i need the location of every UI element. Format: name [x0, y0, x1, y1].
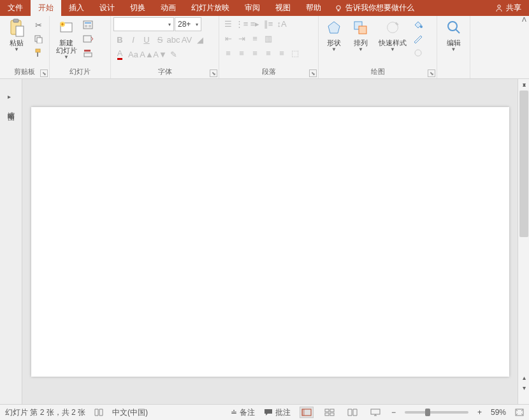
align-text-button[interactable]: ≡	[249, 32, 261, 45]
shape-effects-button[interactable]	[412, 47, 424, 59]
align-center-button[interactable]: ≡	[235, 47, 248, 59]
tab-animations[interactable]: 动画	[153, 0, 184, 16]
svg-rect-6	[37, 38, 42, 43]
menu-tab-bar: 文件 开始 插入 设计 切换 动画 幻灯片放映 审阅 视图 帮助 告诉我你想要做…	[0, 0, 529, 16]
svg-point-21	[415, 50, 421, 56]
font-color-button[interactable]: A	[113, 48, 126, 61]
tell-me-search[interactable]: 告诉我你想要做什么	[334, 0, 414, 16]
quick-styles-button[interactable]: 快速样式 ▼	[375, 17, 410, 54]
copy-button[interactable]	[32, 33, 45, 45]
text-direction-button[interactable]: ↕A	[275, 17, 288, 30]
reading-view-button[interactable]	[345, 407, 359, 418]
font-size-combo[interactable]: 28+▾	[175, 17, 201, 31]
bullets-button[interactable]: ☰	[222, 17, 235, 30]
change-case-button[interactable]: Aa	[127, 48, 140, 61]
section-icon	[83, 48, 93, 57]
reset-button[interactable]	[82, 33, 94, 45]
bold-button[interactable]: B	[113, 33, 126, 46]
layout-icon	[83, 20, 93, 29]
spellcheck-button[interactable]	[94, 409, 103, 416]
normal-view-button[interactable]	[300, 407, 314, 418]
tab-design[interactable]: 设计	[92, 0, 122, 16]
prev-slide-button[interactable]: ▴	[518, 372, 529, 382]
clear-formatting-button[interactable]: ◢	[194, 33, 207, 46]
distribute-button[interactable]: ≡	[275, 47, 288, 59]
font-name-combo[interactable]: ▾	[113, 17, 174, 31]
font-dialog-launcher[interactable]: ⬊	[210, 69, 217, 77]
group-drawing: 形状 ▼ 排列 ▼ 快速样式 ▼ 绘图 ⬊	[319, 16, 437, 78]
zoom-slider[interactable]	[405, 411, 468, 414]
tab-review[interactable]: 审阅	[237, 0, 268, 16]
character-spacing-button[interactable]: AV	[180, 33, 193, 46]
shape-outline-button[interactable]	[412, 33, 424, 45]
scroll-thumb[interactable]	[519, 91, 528, 237]
arrange-button[interactable]: 排列 ▼	[348, 17, 373, 54]
share-button[interactable]: 共享	[487, 0, 529, 16]
numbering-button[interactable]: ⋮≡	[235, 17, 248, 30]
fit-to-window-button[interactable]	[515, 409, 524, 416]
slide-edit-area[interactable]	[22, 79, 518, 404]
svg-point-1	[498, 4, 500, 7]
comments-label: 批注	[275, 407, 291, 418]
tab-transitions[interactable]: 切换	[122, 0, 153, 16]
tab-slideshow[interactable]: 幻灯片放映	[184, 0, 237, 16]
vertical-scrollbar[interactable]: ▴ ▾ ▴ ▾	[518, 79, 529, 404]
align-left-button[interactable]: ≡	[222, 47, 235, 59]
zoom-out-button[interactable]: −	[391, 408, 396, 417]
svg-rect-18	[359, 26, 366, 34]
collapse-ribbon-button[interactable]: ᐱ	[522, 16, 526, 23]
section-button[interactable]	[82, 47, 94, 59]
comment-icon	[264, 409, 273, 416]
tab-file[interactable]: 文件	[0, 0, 31, 16]
expand-thumbnails-button[interactable]: ▸	[8, 93, 14, 99]
shrink-font-button[interactable]: A▼	[154, 48, 166, 61]
underline-button[interactable]: U	[140, 33, 153, 46]
layout-button[interactable]	[82, 18, 94, 31]
workspace: ▸ 缩略图 ▴ ▾ ▴ ▾	[0, 79, 529, 404]
shape-fill-button[interactable]	[412, 18, 424, 31]
italic-button[interactable]: I	[127, 33, 140, 46]
format-painter-button[interactable]	[32, 47, 45, 59]
svg-rect-27	[325, 413, 329, 416]
group-paragraph-label: 段落	[222, 66, 315, 78]
highlight-button[interactable]: ✎	[167, 48, 180, 61]
columns-button[interactable]: ▥	[262, 32, 275, 45]
next-slide-button[interactable]: ▾	[518, 382, 529, 393]
grow-font-button[interactable]: A▲	[140, 48, 153, 61]
notes-button[interactable]: ≐ 备注	[231, 407, 255, 418]
paragraph-dialog-launcher[interactable]: ⬊	[309, 69, 317, 77]
smartart-button[interactable]: ⬚	[289, 47, 301, 59]
editing-label: 编辑	[447, 39, 461, 47]
shadow-button[interactable]: abc	[167, 33, 180, 46]
decrease-indent-button[interactable]: ⇤	[222, 32, 235, 45]
slideshow-view-button[interactable]	[368, 407, 382, 418]
line-spacing-button[interactable]: ‖≡	[262, 17, 275, 30]
tab-home[interactable]: 开始	[31, 0, 61, 16]
editing-button[interactable]: 编辑 ▼	[440, 17, 467, 54]
justify-button[interactable]: ≡	[262, 47, 275, 59]
svg-rect-7	[36, 49, 40, 52]
new-slide-button[interactable]: 新建 幻灯片 ▼	[52, 17, 80, 61]
sorter-view-button[interactable]	[322, 407, 337, 418]
zoom-slider-thumb[interactable]	[425, 409, 430, 416]
scroll-down-button[interactable]: ▾	[518, 79, 529, 89]
paste-button[interactable]: 粘贴 ▼	[3, 17, 31, 54]
strikethrough-button[interactable]: S	[154, 33, 166, 46]
list-level-button[interactable]: ≡▸	[249, 17, 261, 30]
language-indicator[interactable]: 中文(中国)	[112, 407, 148, 418]
slide-counter[interactable]: 幻灯片 第 2 张，共 2 张	[5, 407, 85, 418]
clipboard-dialog-launcher[interactable]: ⬊	[40, 69, 48, 77]
zoom-in-button[interactable]: +	[477, 408, 482, 417]
svg-rect-24	[302, 409, 305, 416]
drawing-dialog-launcher[interactable]: ⬊	[428, 69, 435, 77]
increase-indent-button[interactable]: ⇥	[235, 32, 248, 45]
tab-help[interactable]: 帮助	[298, 0, 329, 16]
cut-button[interactable]: ✂	[32, 18, 45, 31]
align-right-button[interactable]: ≡	[249, 47, 261, 59]
comments-button[interactable]: 批注	[264, 407, 291, 418]
zoom-level[interactable]: 59%	[491, 408, 506, 417]
slide-canvas[interactable]	[31, 107, 509, 377]
tab-view[interactable]: 视图	[268, 0, 298, 16]
shapes-button[interactable]: 形状 ▼	[321, 17, 347, 54]
tab-insert[interactable]: 插入	[61, 0, 92, 16]
